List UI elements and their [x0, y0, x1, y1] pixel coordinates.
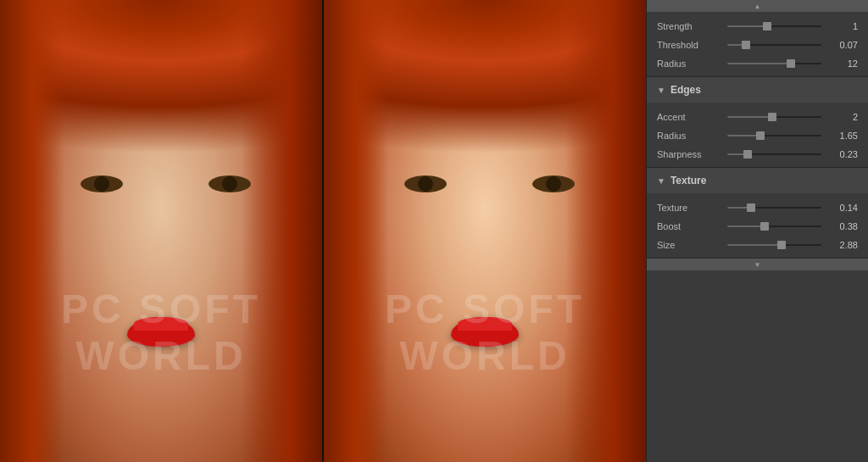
right-image-panel: PC SOFT WORLD [322, 0, 646, 462]
scroll-up-button[interactable]: ▲ [647, 0, 868, 12]
edges-section: ▼ Edges Accent 2 Radius [647, 77, 868, 168]
sharpness-label: Sharpness [657, 149, 721, 159]
boost-row: Boost 0.38 [647, 215, 868, 234]
texture-label: Texture [657, 203, 721, 213]
boost-label: Boost [657, 221, 721, 231]
image-area: PC SOFT WORLD PC SOFT WORLD [0, 0, 646, 462]
size-slider[interactable] [727, 239, 821, 251]
sharpening-section: Strength 1 Threshold 0.07 [647, 12, 868, 77]
sharpness-value: 0.23 [828, 149, 858, 159]
edges-chevron-icon: ▼ [657, 86, 665, 95]
accent-row: Accent 2 [647, 106, 868, 125]
edges-section-title: Edges [670, 84, 701, 96]
left-eye [81, 175, 123, 192]
size-value: 2.88 [828, 240, 858, 250]
edges-section-header[interactable]: ▼ Edges [647, 77, 868, 103]
accent-value: 2 [828, 112, 858, 122]
sharpness-slider[interactable] [727, 148, 821, 160]
threshold-slider[interactable] [727, 39, 821, 51]
texture-chevron-icon: ▼ [657, 176, 665, 186]
edges-radius-row: Radius 1.65 [647, 125, 868, 143]
radius-row: Radius 12 [647, 53, 868, 71]
strength-value: 1 [828, 21, 858, 31]
strength-slider[interactable] [727, 20, 821, 32]
left-image-panel: PC SOFT WORLD [0, 0, 322, 462]
edges-radius-slider[interactable] [727, 130, 821, 142]
accent-label: Accent [657, 112, 721, 122]
size-label: Size [657, 240, 721, 250]
texture-section-header[interactable]: ▼ Texture [647, 168, 868, 193]
texture-section: ▼ Texture Texture 0.14 Boost [647, 168, 868, 259]
strength-label: Strength [657, 21, 721, 31]
radius-label: Radius [657, 58, 721, 69]
accent-slider[interactable] [727, 111, 821, 123]
right-panel-lips [451, 317, 519, 347]
scroll-down-button[interactable]: ▼ [647, 259, 868, 270]
threshold-label: Threshold [657, 40, 721, 50]
texture-section-title: Texture [670, 175, 706, 186]
right-panel: ▲ Strength 1 Threshold [646, 0, 868, 462]
texture-value: 0.14 [828, 203, 858, 213]
lips [127, 317, 195, 347]
radius-value: 12 [828, 58, 858, 69]
threshold-value: 0.07 [828, 40, 858, 50]
sharpness-row: Sharpness 0.23 [647, 143, 868, 162]
texture-slider[interactable] [727, 202, 821, 214]
size-row: Size 2.88 [647, 234, 868, 253]
threshold-row: Threshold 0.07 [647, 34, 868, 53]
texture-row: Texture 0.14 [647, 197, 868, 215]
strength-row: Strength 1 [647, 15, 868, 34]
edges-radius-label: Radius [657, 131, 721, 141]
right-panel-left-eye [404, 175, 447, 192]
edges-radius-value: 1.65 [828, 131, 858, 141]
boost-value: 0.38 [828, 221, 858, 231]
boost-slider[interactable] [727, 220, 821, 232]
radius-slider[interactable] [727, 58, 821, 70]
